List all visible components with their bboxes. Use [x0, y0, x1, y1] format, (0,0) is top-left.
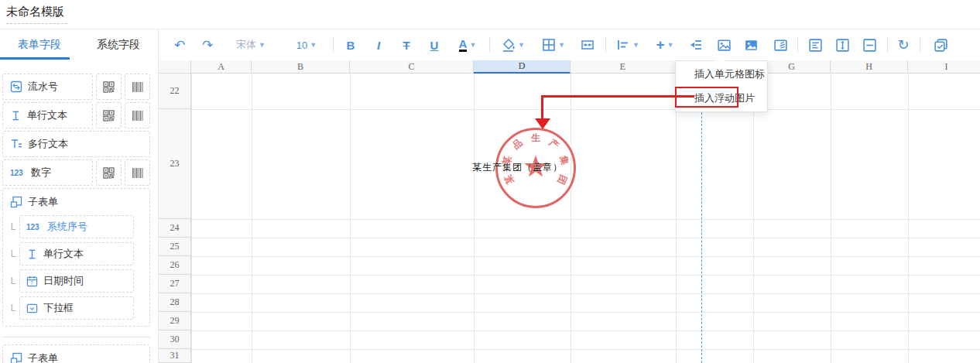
subform-child-item[interactable]: 单行文本: [19, 242, 134, 265]
column-header-D[interactable]: D: [474, 60, 571, 74]
chevron-down-icon: ▼: [259, 41, 266, 49]
toolbar-separator: [489, 37, 490, 53]
subform-child-row: L7日期时间: [7, 269, 145, 293]
insert-image-filled-button[interactable]: [741, 29, 761, 60]
undo-button[interactable]: ↶: [170, 29, 189, 60]
spreadsheet[interactable]: ABCDEFGHI22232425262728293031 ★ 某某品生产集团 …: [159, 60, 980, 363]
subform-child-item[interactable]: 123系统序号: [19, 215, 134, 238]
menu-item-0[interactable]: 插入单元格图标: [676, 63, 767, 85]
row-header-23[interactable]: 23: [159, 109, 191, 219]
toolbar-separator: [887, 37, 888, 53]
gridline: [191, 293, 980, 294]
merge-cells-button[interactable]: [577, 29, 598, 60]
gridline: [676, 74, 677, 363]
gridline: [191, 349, 980, 350]
field-drag-item[interactable]: 单行文本: [2, 102, 93, 128]
svg-text:123: 123: [26, 223, 39, 231]
page-title[interactable]: 未命名模版: [6, 5, 67, 24]
subform-group[interactable]: 子表单L123系统序号L单行文本L7日期时间L下拉框: [2, 188, 150, 327]
sheet-corner-cell[interactable]: [159, 60, 191, 74]
borders-button[interactable]: ▼: [537, 29, 570, 60]
column-header-H[interactable]: H: [831, 60, 908, 74]
image-watermark-icon: [773, 38, 788, 53]
font-size-select[interactable]: 10▼: [290, 29, 324, 60]
row-header-22[interactable]: 22: [159, 74, 191, 109]
gridline: [191, 238, 980, 238]
subform-child-item[interactable]: 下拉框: [19, 296, 134, 320]
insert-button[interactable]: +▼: [649, 29, 681, 60]
qr-code-icon: [103, 167, 115, 179]
field-barcode-item[interactable]: [125, 102, 150, 128]
dropdown-box-icon: [26, 303, 38, 314]
italic-button[interactable]: I: [368, 29, 389, 60]
bold-button[interactable]: B: [341, 29, 361, 60]
batch-copy-button[interactable]: [930, 29, 951, 60]
field-label: 单行文本: [43, 247, 84, 261]
font-color-button[interactable]: A▼: [452, 29, 483, 60]
redo-button[interactable]: ↷: [198, 29, 217, 60]
copy-check-icon: [934, 38, 948, 53]
strikethrough-button[interactable]: T: [396, 29, 416, 60]
tree-branch-icon: L: [7, 303, 19, 313]
column-header-A[interactable]: A: [191, 60, 252, 74]
sidebar-tabs: 表单字段系统字段: [0, 29, 158, 60]
row-header-25[interactable]: 25: [159, 238, 191, 256]
subform-icon: [10, 352, 22, 363]
title-bar: 未命名模版: [0, 0, 980, 29]
row-header-31[interactable]: 31: [159, 349, 191, 363]
underline-button[interactable]: U: [424, 29, 444, 60]
sidebar-tab-0[interactable]: 表单字段: [0, 29, 79, 60]
field-qr-item[interactable]: [96, 74, 122, 100]
column-header-C[interactable]: C: [350, 60, 474, 74]
column-header-E[interactable]: E: [571, 60, 676, 74]
tree-branch-icon: L: [7, 276, 19, 286]
column-header-I[interactable]: I: [908, 60, 980, 74]
field-item: 单行文本: [2, 102, 150, 128]
row-header-28[interactable]: 28: [159, 293, 191, 312]
field-barcode-item[interactable]: [125, 159, 150, 186]
serial-number-icon: [10, 80, 22, 93]
chevron-down-icon: ▼: [518, 41, 525, 49]
toolbar-separator: [797, 37, 798, 53]
field-barcode-item[interactable]: [125, 74, 150, 100]
field-drag-item[interactable]: 123数字: [2, 159, 93, 186]
subform-group-2[interactable]: 子表单: [2, 344, 150, 363]
column-header-B[interactable]: B: [252, 60, 350, 74]
number-123-icon: 123: [10, 168, 26, 177]
row-header-26[interactable]: 26: [159, 256, 191, 275]
cell-format-button[interactable]: [805, 29, 825, 60]
toolbar-separator: [920, 37, 920, 53]
gridline: [191, 330, 980, 331]
fill-color-button[interactable]: ▼: [497, 29, 529, 60]
page-break-dashed-line: [701, 74, 702, 363]
sidebar-tab-1[interactable]: 系统字段: [79, 29, 158, 60]
field-label: 子表单: [28, 351, 58, 363]
gridline: [191, 109, 980, 110]
sidebar-divider: [2, 337, 150, 337]
field-drag-item[interactable]: 多行文本: [2, 131, 150, 157]
field-drag-item[interactable]: 流水号: [2, 74, 93, 100]
subform-header: 子表单: [7, 193, 145, 211]
horizontal-align-button[interactable]: ▼: [612, 29, 644, 60]
field-qr-item[interactable]: [96, 159, 122, 186]
field-label: 数字: [31, 166, 51, 180]
insert-image-button[interactable]: [714, 29, 734, 60]
field-qr-item[interactable]: [96, 102, 122, 128]
row-header-24[interactable]: 24: [159, 219, 191, 238]
gridline: [831, 74, 831, 363]
menu-item-1[interactable]: 插入浮动图片: [676, 87, 767, 109]
row-header-27[interactable]: 27: [159, 275, 191, 293]
refresh-button[interactable]: ↻: [893, 29, 913, 60]
svg-text:7: 7: [30, 280, 33, 286]
font-family-select[interactable]: 宋体▼: [229, 29, 272, 60]
clear-format-button[interactable]: [859, 29, 879, 60]
field-item: 流水号: [2, 74, 150, 100]
watermark-image-button[interactable]: [770, 29, 790, 60]
subform-child-item[interactable]: 7日期时间: [19, 269, 134, 293]
outdent-button[interactable]: [686, 29, 706, 60]
svg-text:123: 123: [10, 169, 23, 177]
gridline: [908, 74, 909, 363]
row-header-29[interactable]: 29: [159, 312, 191, 330]
row-header-30[interactable]: 30: [159, 330, 191, 349]
row-height-button[interactable]: [832, 29, 852, 60]
